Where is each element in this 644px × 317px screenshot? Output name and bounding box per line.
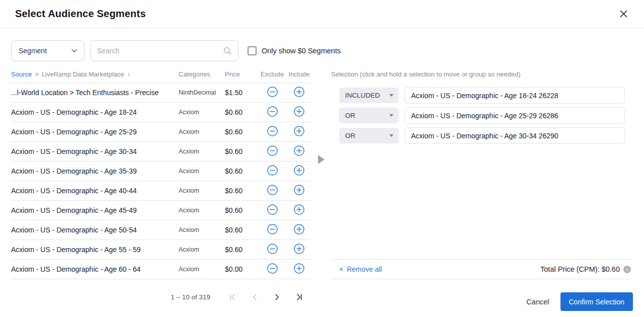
total-price-label: Total Price (CPM): $0.60 xyxy=(540,265,620,273)
chevron-down-icon xyxy=(389,114,393,117)
last-page-icon[interactable] xyxy=(290,289,308,304)
breadcrumb-source-link[interactable]: Source xyxy=(11,70,32,78)
selection-footer: × Remove all Total Price (CPM): $0.60 i xyxy=(331,259,633,279)
segment-type-dropdown-value: Segment xyxy=(19,47,47,55)
category-cell: NinthDecimal xyxy=(179,89,225,96)
search-icon xyxy=(223,46,232,55)
only-show-zero-checkbox[interactable] xyxy=(248,46,257,55)
category-cell: Acxiom xyxy=(179,109,225,116)
sort-ascending-icon[interactable]: ↑ xyxy=(127,70,131,78)
table-row: ...l-World Location > Tech Enthusiasts -… xyxy=(11,83,311,103)
segment-name-cell: Acxiom - US - Demographic - Age 45-49 xyxy=(11,206,179,214)
price-cell: $1.50 xyxy=(225,89,257,97)
include-button[interactable] xyxy=(293,243,305,255)
selection-panel: Selection (click and hold a selection to… xyxy=(331,70,633,317)
segment-type-dropdown[interactable]: Segment xyxy=(11,40,85,61)
first-page-icon[interactable] xyxy=(223,289,242,304)
exclude-button[interactable] xyxy=(267,165,278,176)
operator-dropdown[interactable]: INCLUDED xyxy=(339,88,398,103)
price-cell: $0.00 xyxy=(225,265,257,273)
column-header-include: Include xyxy=(287,70,311,78)
include-button[interactable] xyxy=(293,263,305,274)
operator-dropdown-value: OR xyxy=(345,132,355,139)
search-input[interactable] xyxy=(97,47,223,55)
include-button[interactable] xyxy=(293,106,305,117)
table-row: Acxiom - US - Demographic - Age 40-44 Ac… xyxy=(11,181,311,201)
remove-all-label: Remove all xyxy=(347,265,382,273)
only-show-zero-label: Only show $0 Segments xyxy=(262,47,341,55)
table-row: Acxiom - US - Demographic - Age 25-29 Ac… xyxy=(11,122,311,142)
info-icon[interactable]: i xyxy=(623,266,631,273)
exclude-button[interactable] xyxy=(267,243,278,255)
pagination: 1 – 10 of 319 xyxy=(11,279,311,304)
exclude-button[interactable] xyxy=(267,125,278,137)
table-row: Acxiom - US - Demographic - Age 30-34 Ac… xyxy=(11,142,311,162)
selection-row: INCLUDED Acxiom - US - Demographic - Age… xyxy=(339,87,625,104)
include-button[interactable] xyxy=(293,223,305,235)
selection-list: INCLUDED Acxiom - US - Demographic - Age… xyxy=(331,83,633,279)
chevron-down-icon xyxy=(389,94,393,97)
column-header-exclude: Exclude xyxy=(257,70,287,78)
exclude-button[interactable] xyxy=(267,86,278,98)
next-page-icon[interactable] xyxy=(268,289,286,304)
cancel-button[interactable]: Cancel xyxy=(526,298,549,306)
include-button[interactable] xyxy=(293,165,305,176)
include-button[interactable] xyxy=(293,125,305,137)
category-cell: Acxiom xyxy=(179,246,225,253)
move-right-arrow-icon xyxy=(318,155,325,164)
remove-all-button[interactable]: × Remove all xyxy=(339,265,382,273)
exclude-button[interactable] xyxy=(267,223,278,235)
column-header-categories: Categories xyxy=(179,70,225,78)
segment-name-cell: Acxiom - US - Demographic - Age 50-54 xyxy=(11,226,179,234)
category-cell: Acxiom xyxy=(179,266,225,273)
segment-table: ...l-World Location > Tech Enthusiasts -… xyxy=(11,83,311,279)
category-cell: Acxiom xyxy=(179,207,225,214)
table-row: Acxiom - US - Demographic - Age 18-24 Ac… xyxy=(11,103,311,122)
segment-name-cell: Acxiom - US - Demographic - Age 30-34 xyxy=(11,147,179,155)
segment-name-cell: Acxiom - US - Demographic - Age 40-44 xyxy=(11,187,179,195)
breadcrumb-separator: > xyxy=(35,70,39,78)
selected-segment-item[interactable]: Acxiom - US - Demographic - Age 30-34 26… xyxy=(405,127,625,144)
include-button[interactable] xyxy=(293,145,305,156)
modal-header: Select Audience Segments xyxy=(0,0,644,28)
segment-name-cell: Acxiom - US - Demographic - Age 55 - 59 xyxy=(11,246,179,254)
exclude-button[interactable] xyxy=(267,263,278,274)
price-cell: $0.60 xyxy=(225,226,257,234)
exclude-button[interactable] xyxy=(267,106,278,117)
breadcrumb-current: LiveRamp Data Marketplace xyxy=(42,70,124,78)
selection-row: OR Acxiom - US - Demographic - Age 25-29… xyxy=(339,107,625,124)
previous-page-icon[interactable] xyxy=(246,289,264,304)
table-row: Acxiom - US - Demographic - Age 45-49 Ac… xyxy=(11,201,311,220)
table-row: Acxiom - US - Demographic - Age 55 - 59 … xyxy=(11,240,311,260)
chevron-down-icon xyxy=(389,134,393,137)
include-button[interactable] xyxy=(293,184,305,196)
exclude-button[interactable] xyxy=(267,145,278,156)
price-cell: $0.60 xyxy=(225,108,257,116)
exclude-button[interactable] xyxy=(267,184,278,196)
category-cell: Acxiom xyxy=(179,226,225,233)
selected-segment-item[interactable]: Acxiom - US - Demographic - Age 18-24 26… xyxy=(405,87,625,104)
exclude-button[interactable] xyxy=(267,204,278,215)
selected-segment-item[interactable]: Acxiom - US - Demographic - Age 25-29 26… xyxy=(405,107,625,124)
modal-actions: Cancel Confirm Selection xyxy=(331,279,633,317)
operator-dropdown[interactable]: OR xyxy=(339,128,398,143)
selection-row: OR Acxiom - US - Demographic - Age 30-34… xyxy=(339,127,625,144)
include-button[interactable] xyxy=(293,204,305,215)
chevron-down-icon xyxy=(71,49,77,53)
price-cell: $0.60 xyxy=(225,206,257,214)
price-cell: $0.60 xyxy=(225,187,257,195)
confirm-selection-button[interactable]: Confirm Selection xyxy=(560,292,633,311)
segment-name-cell: Acxiom - US - Demographic - Age 18-24 xyxy=(11,108,179,116)
selection-panel-header: Selection (click and hold a selection to… xyxy=(331,70,633,83)
select-audience-segments-modal: Select Audience Segments Segment Only sh… xyxy=(0,0,644,317)
operator-dropdown[interactable]: OR xyxy=(339,108,398,123)
close-icon[interactable] xyxy=(617,8,630,20)
price-cell: $0.60 xyxy=(225,147,257,155)
price-cell: $0.60 xyxy=(225,246,257,254)
segment-name-cell: Acxiom - US - Demographic - Age 35-39 xyxy=(11,167,179,175)
segment-list-panel: Source > LiveRamp Data Marketplace ↑ Cat… xyxy=(11,70,311,317)
operator-dropdown-value: OR xyxy=(345,112,355,119)
segment-name-cell: ...l-World Location > Tech Enthusiasts -… xyxy=(11,89,179,97)
include-button[interactable] xyxy=(293,86,305,98)
modal-content: Source > LiveRamp Data Marketplace ↑ Cat… xyxy=(0,61,644,317)
